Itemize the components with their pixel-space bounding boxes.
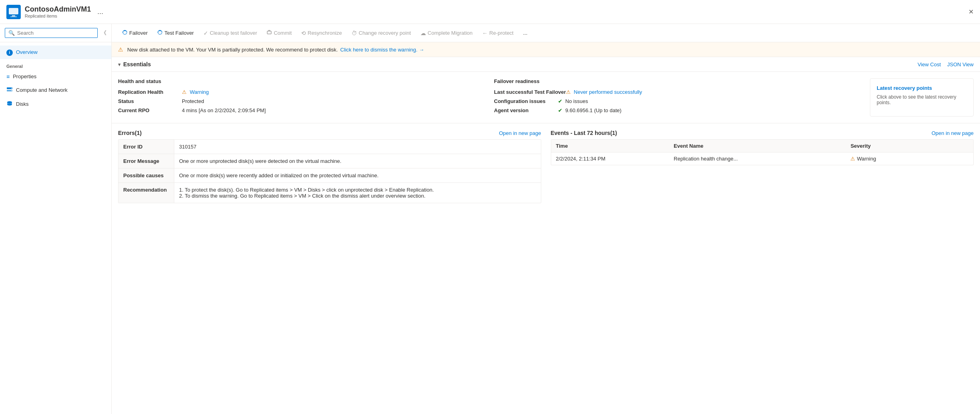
svg-point-7	[11, 90, 12, 91]
warning-banner-message: New disk attached to the VM. Your VM is …	[127, 47, 338, 53]
check-icon-config: ✔	[558, 98, 562, 104]
sidebar-item-properties-label: Properties	[13, 73, 36, 79]
content-area: Failover Test Failover ✓ Cleanup test fa…	[112, 24, 980, 414]
errors-open-link[interactable]: Open in new page	[499, 130, 541, 136]
cleanup-label: Cleanup test failover	[210, 30, 257, 36]
error-row-causes: Possible causes One or more disk(s) were…	[118, 168, 541, 183]
sidebar-search-row: 🔍 《	[0, 24, 111, 42]
events-col-name-header: Event Name	[674, 143, 850, 149]
error-recommendation-label: Recommendation	[118, 183, 174, 203]
essentials-content: Health and status Replication Health ⚠ W…	[112, 72, 980, 123]
toolbar: Failover Test Failover ✓ Cleanup test fa…	[112, 24, 980, 42]
test-failover-button[interactable]: Test Failover	[153, 27, 198, 39]
re-protect-button[interactable]: ← Re-protect	[478, 28, 518, 39]
events-table: Time Event Name Severity 2/2/2024, 2:11:…	[551, 139, 974, 165]
svg-point-6	[11, 88, 12, 89]
health-status-title: Health and status	[118, 78, 481, 84]
change-recovery-label: Change recovery point	[359, 30, 411, 36]
more-label: ...	[523, 30, 527, 36]
json-view-link[interactable]: JSON View	[947, 61, 974, 67]
current-rpo-label: Current RPO	[118, 107, 182, 113]
error-message-value: One or more unprotected disk(s) were det…	[174, 154, 541, 168]
search-input[interactable]	[17, 30, 94, 36]
failover-readiness-title: Failover readiness	[494, 78, 858, 84]
warning-icon-small: ⚠	[182, 89, 187, 95]
view-cost-link[interactable]: View Cost	[917, 61, 941, 67]
sidebar-section-general: General	[0, 59, 111, 70]
essentials-header: ▾ Essentials View Cost JSON View	[112, 57, 980, 72]
warning-banner-link[interactable]: Click here to dismiss the warning.	[340, 47, 418, 53]
agent-version-row: Agent version ✔ 9.60.6956.1 (Up to date)	[494, 107, 858, 113]
error-row-recommendation: Recommendation 1. To protect the disk(s)…	[118, 183, 541, 203]
current-rpo-value: 4 mins [As on 2/2/2024, 2:09:54 PM]	[182, 107, 266, 113]
check-icon-agent: ✔	[558, 107, 562, 113]
failover-readiness-col: Failover readiness Last successful Test …	[494, 78, 858, 117]
recovery-points-box: Latest recovery points Click above to se…	[870, 78, 974, 117]
header-ellipsis-button[interactable]: ...	[97, 8, 103, 16]
status-value: Protected	[182, 98, 204, 104]
sidebar-nav: i Overview General ≡ Properties	[0, 42, 111, 114]
search-icon: 🔍	[8, 30, 15, 36]
sidebar-item-properties[interactable]: ≡ Properties	[0, 70, 111, 83]
commit-icon	[266, 30, 272, 36]
cleanup-icon: ✓	[203, 30, 208, 36]
cleanup-test-failover-button[interactable]: ✓ Cleanup test failover	[199, 28, 261, 39]
error-row-id: Error ID 310157	[118, 140, 541, 154]
replication-health-link[interactable]: Warning	[190, 89, 209, 95]
sidebar-item-overview-label: Overview	[16, 49, 37, 55]
current-rpo-row: Current RPO 4 mins [As on 2/2/2024, 2:09…	[118, 107, 481, 113]
failover-icon	[122, 30, 128, 36]
properties-icon: ≡	[6, 73, 10, 80]
never-performed-link[interactable]: Never performed successfully	[574, 89, 642, 95]
sidebar-search-box[interactable]: 🔍	[5, 28, 98, 38]
app-header: ContosoAdminVM1 Replicated items ... ✕	[0, 0, 980, 24]
essentials-toggle[interactable]: ▾	[118, 61, 121, 67]
resynchronize-button[interactable]: ⟲ Resynchronize	[297, 28, 346, 39]
events-section: Events - Last 72 hours(1) Open in new pa…	[551, 130, 974, 203]
svg-rect-2	[12, 15, 15, 16]
config-issues-value: ✔ No issues	[558, 98, 588, 104]
re-protect-icon: ←	[482, 30, 488, 36]
resynchronize-label: Resynchronize	[308, 30, 342, 36]
recovery-points-title[interactable]: Latest recovery points	[877, 85, 967, 91]
app-title: ContosoAdminVM1	[25, 5, 91, 14]
last-test-failover-value: ⚠ Never performed successfully	[566, 89, 642, 95]
more-button[interactable]: ...	[519, 28, 531, 38]
errors-title: Errors(1)	[118, 130, 142, 136]
error-message-label: Error Message	[118, 154, 174, 168]
events-open-link[interactable]: Open in new page	[931, 130, 974, 136]
sidebar-item-disks[interactable]: Disks	[0, 97, 111, 111]
sidebar-item-compute-network[interactable]: Compute and Network	[0, 83, 111, 97]
event-time: 2/2/2024, 2:11:34 PM	[556, 156, 674, 162]
error-row-message: Error Message One or more unprotected di…	[118, 154, 541, 168]
events-table-row: 2/2/2024, 2:11:34 PM Replication health …	[551, 153, 974, 165]
replication-health-row: Replication Health ⚠ Warning	[118, 89, 481, 95]
error-recommendation-value: 1. To protect the disk(s). Go to Replica…	[174, 183, 541, 203]
last-test-failover-label: Last successful Test Failover	[494, 89, 566, 95]
replication-health-value: ⚠ Warning	[182, 89, 209, 95]
disks-icon	[6, 100, 13, 108]
warning-banner-arrow: →	[419, 47, 424, 53]
error-id-label: Error ID	[118, 140, 174, 154]
svg-rect-1	[9, 8, 18, 14]
sidebar-item-overview[interactable]: i Overview	[0, 46, 111, 59]
error-id-value: 310157	[174, 140, 541, 154]
complete-migration-button[interactable]: ☁ Complete Migration	[416, 28, 477, 39]
lower-content: Errors(1) Open in new page Error ID 3101…	[112, 123, 980, 210]
info-icon: i	[6, 49, 13, 56]
warning-banner: ⚠ New disk attached to the VM. Your VM i…	[112, 42, 980, 57]
replication-health-label: Replication Health	[118, 89, 182, 95]
svg-rect-11	[267, 31, 271, 34]
sidebar-item-compute-network-label: Compute and Network	[16, 87, 67, 93]
error-causes-label: Possible causes	[118, 168, 174, 182]
agent-version-label: Agent version	[494, 107, 558, 113]
change-recovery-point-button[interactable]: ⏱ Change recovery point	[347, 28, 415, 39]
essentials-actions: View Cost JSON View	[917, 61, 974, 67]
events-col-severity-header: Severity	[850, 143, 968, 149]
error-causes-value: One or more disk(s) were recently added …	[174, 168, 541, 182]
sidebar-collapse-button[interactable]: 《	[101, 30, 106, 37]
commit-button[interactable]: Commit	[262, 27, 296, 39]
failover-button[interactable]: Failover	[118, 27, 152, 39]
close-button[interactable]: ✕	[968, 8, 974, 16]
sidebar-item-disks-label: Disks	[16, 101, 29, 107]
